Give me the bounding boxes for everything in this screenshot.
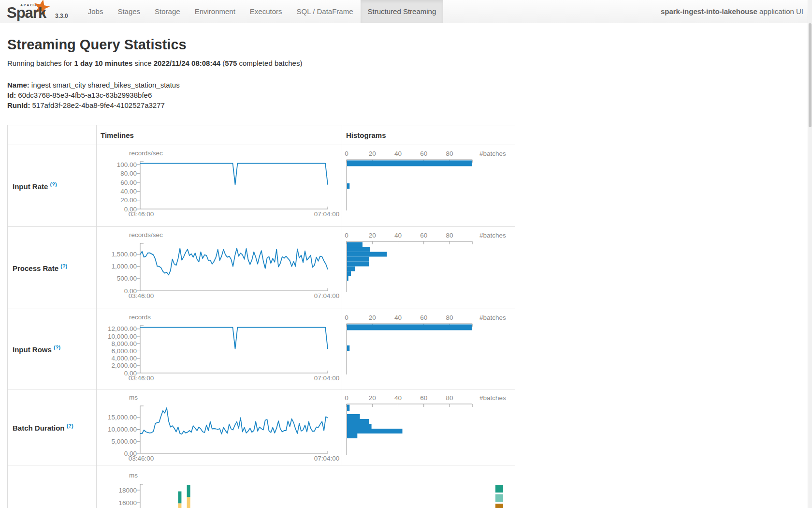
svg-text:60: 60: [420, 232, 427, 239]
tab-sql-dataframe[interactable]: SQL / DataFrame: [290, 0, 361, 23]
input-rate-timeline-chart: records/sec100.0080.0060.0040.0020.000.0…: [97, 145, 341, 226]
svg-text:18000: 18000: [118, 487, 137, 494]
running-open: (: [220, 59, 225, 67]
running-prefix: Running batches for: [7, 59, 74, 67]
svg-text:07:04:00: 07:04:00: [314, 374, 340, 382]
svg-text:6,000.00: 6,000.00: [111, 347, 137, 355]
navbar: APACHE Spark 3.3.0 JobsStagesStorageEnvi…: [0, 0, 812, 23]
svg-text:60: 60: [420, 150, 427, 157]
scrollbar[interactable]: [808, 0, 812, 508]
svg-text:80: 80: [446, 314, 453, 321]
spark-version: 3.3.0: [55, 13, 68, 19]
query-meta: Name:ingest smart_city shared_bikes_stat…: [7, 80, 812, 110]
svg-text:500.00: 500.00: [117, 275, 137, 282]
svg-text:records/sec: records/sec: [129, 231, 163, 239]
svg-text:#batches: #batches: [479, 314, 506, 321]
input-rows-timeline-cell: records12,000.0010,000.008,000.006,000.0…: [97, 309, 342, 389]
spark-logo: APACHE Spark: [6, 0, 54, 23]
scrollbar-thumb[interactable]: [809, 23, 812, 127]
svg-text:records/sec: records/sec: [129, 149, 163, 157]
input-rows-timeline-chart: records12,000.0010,000.008,000.006,000.0…: [97, 309, 341, 389]
row-label-input-rows: Input Rows (?): [8, 309, 97, 389]
svg-text:ms: ms: [129, 472, 138, 479]
row-label-input-rate: Input Rate (?): [8, 145, 97, 227]
legend-swatch-1: [495, 494, 503, 502]
table-row-operation-duration: ms180001600014000: [8, 465, 515, 508]
svg-text:07:04:00: 07:04:00: [314, 292, 340, 299]
input-rate-histogram-chart: 020406080#batches: [342, 145, 514, 226]
table-header-histograms: Histograms: [342, 125, 515, 145]
batch-duration-timeline-cell: ms15,000.0010,000.005,000.000.0003:46:00…: [97, 389, 342, 465]
legend-swatch-2: [495, 504, 503, 508]
tab-storage[interactable]: Storage: [147, 0, 188, 23]
svg-text:60: 60: [420, 394, 427, 402]
svg-text:03:46:00: 03:46:00: [129, 455, 154, 462]
svg-text:60.00: 60.00: [120, 179, 137, 186]
app-title-suffix: application UI: [757, 7, 803, 15]
page-content: Streaming Query Statistics Running batch…: [0, 36, 812, 508]
svg-text:0: 0: [345, 150, 348, 157]
svg-text:40.00: 40.00: [120, 188, 137, 195]
svg-text:40: 40: [394, 314, 402, 321]
help-tooltip-link[interactable]: (?): [60, 263, 67, 269]
stats-table-body: Input Rate (?)records/sec100.0080.0060.0…: [8, 145, 515, 508]
svg-text:03:46:00: 03:46:00: [129, 374, 154, 382]
svg-text:12,000.00: 12,000.00: [108, 325, 137, 332]
svg-text:100.00: 100.00: [117, 161, 137, 168]
tab-structured-streaming[interactable]: Structured Streaming: [361, 0, 444, 23]
svg-text:80: 80: [446, 232, 453, 239]
nav-tabs: JobsStagesStorageEnvironmentExecutorsSQL…: [81, 0, 444, 23]
app-title: spark-ingest-into-lakehouse application …: [661, 7, 812, 15]
svg-text:0: 0: [345, 232, 348, 239]
svg-text:#batches: #batches: [479, 394, 506, 402]
svg-text:#batches: #batches: [479, 150, 506, 157]
tab-stages[interactable]: Stages: [110, 0, 147, 23]
table-row-input-rate: Input Rate (?)records/sec100.0080.0060.0…: [8, 145, 515, 227]
help-tooltip-link[interactable]: (?): [54, 344, 60, 350]
svg-text:40: 40: [394, 394, 402, 402]
svg-text:records: records: [129, 314, 151, 321]
svg-text:20: 20: [369, 150, 376, 157]
tab-executors[interactable]: Executors: [243, 0, 290, 23]
svg-text:16000: 16000: [118, 499, 137, 507]
tab-environment[interactable]: Environment: [188, 0, 243, 23]
completed-batches-count: 575: [225, 59, 237, 67]
process-rate-histogram-chart: 020406080#batches: [342, 227, 514, 309]
tab-jobs[interactable]: Jobs: [81, 0, 111, 23]
row-label-process-rate: Process Rate (?): [8, 227, 97, 309]
batch-duration-timeline-chart: ms15,000.0010,000.005,000.000.0003:46:00…: [97, 389, 341, 465]
process-rate-histogram-cell: 020406080#batches: [342, 227, 515, 309]
help-tooltip-link[interactable]: (?): [50, 181, 57, 187]
row-label-batch-duration: Batch Duration (?): [8, 389, 97, 465]
svg-text:03:46:00: 03:46:00: [129, 292, 154, 299]
svg-text:20: 20: [369, 232, 376, 239]
process-rate-timeline-chart: records/sec1,500.001,000.00500.000.0003:…: [97, 227, 341, 309]
svg-text:0: 0: [345, 394, 348, 402]
svg-text:ms: ms: [129, 394, 138, 401]
svg-text:80: 80: [446, 150, 453, 157]
svg-text:07:04:00: 07:04:00: [314, 210, 340, 218]
running-mid: since: [132, 59, 153, 67]
page-title: Streaming Query Statistics: [7, 36, 812, 53]
svg-text:20.00: 20.00: [120, 196, 137, 204]
batch-duration-histogram-cell: 020406080#batches: [342, 389, 515, 465]
meta-line-runid: RunId:517afd3f-28e2-4ba8-9fe4-4102527a32…: [7, 100, 812, 110]
input-rate-histogram-cell: 020406080#batches: [342, 145, 515, 227]
svg-text:80.00: 80.00: [120, 170, 137, 177]
running-close: completed batches): [237, 59, 302, 67]
table-header-timelines: Timelines: [97, 125, 342, 145]
svg-text:80: 80: [446, 394, 453, 402]
svg-text:0: 0: [345, 314, 348, 321]
svg-text:40: 40: [394, 232, 402, 239]
help-tooltip-link[interactable]: (?): [67, 423, 73, 429]
svg-text:15,000.00: 15,000.00: [108, 414, 137, 421]
svg-text:1,500.00: 1,500.00: [111, 251, 137, 258]
svg-text:2,000.00: 2,000.00: [111, 362, 137, 369]
svg-text:07:04:00: 07:04:00: [314, 455, 340, 462]
stats-table: Timelines Histograms Input Rate (?)recor…: [7, 125, 515, 508]
operation-duration-chart-cell: ms180001600014000: [97, 465, 515, 508]
table-row-input-rows: Input Rows (?)records12,000.0010,000.008…: [8, 309, 515, 389]
svg-text:1,000.00: 1,000.00: [111, 263, 137, 270]
svg-text:#batches: #batches: [479, 232, 506, 239]
table-header-name: [8, 125, 97, 145]
